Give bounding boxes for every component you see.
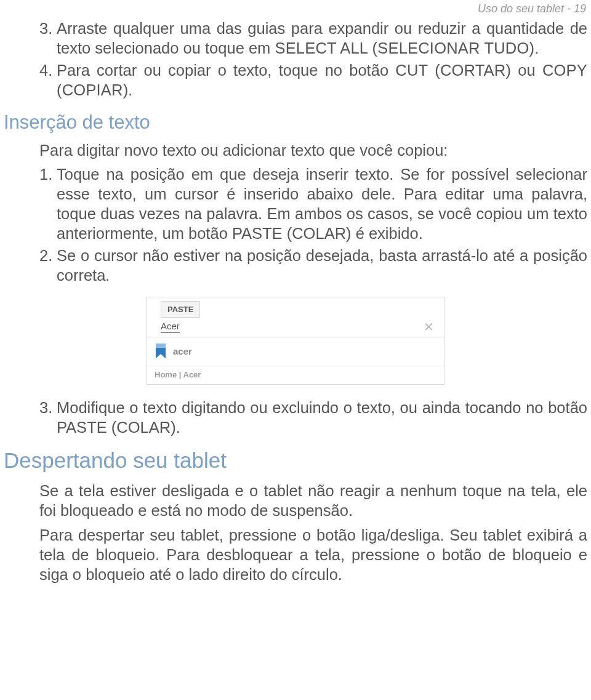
list-text: . <box>128 81 132 99</box>
bold-label: CUT (CORTAR) <box>395 62 511 79</box>
figure-suggestion-title: acer <box>173 346 192 356</box>
bookmark-icon <box>155 344 167 360</box>
list-text: Para cortar ou copiar o texto, toque no … <box>57 62 395 79</box>
list-text: . <box>534 39 539 57</box>
paste-tooltip: PASTE <box>161 301 200 318</box>
list-item: 3. Arraste qualquer uma das guias para e… <box>39 19 587 58</box>
intro-paragraph: Para digitar novo texto ou adicionar tex… <box>4 141 587 161</box>
wake-paragraph-2: Para despertar seu tablet, pressione o b… <box>4 526 587 585</box>
ordered-list-3: 3. Modifique o texto digitando ou exclui… <box>4 398 587 438</box>
list-text: Se o cursor não estiver na posição desej… <box>57 247 587 284</box>
list-text: Modifique o texto digitando ou excluindo… <box>57 399 587 436</box>
list-item: 3. Modifique o texto digitando ou exclui… <box>39 398 587 438</box>
list-text: ou <box>511 62 542 79</box>
ordered-list-2: 1. Toque na posição em que deseja inseri… <box>4 165 587 285</box>
page-header: Uso do seu tablet - 19 <box>4 2 586 15</box>
list-number: 2. <box>39 246 52 266</box>
list-number: 3. <box>39 398 52 418</box>
wake-paragraph-1: Se a tela estiver desligada e o tablet n… <box>4 481 587 521</box>
heading-despertando: Despertando seu tablet <box>4 448 587 473</box>
list-item: 4. Para cortar ou copiar o texto, toque … <box>39 61 587 100</box>
close-icon[interactable]: ✕ <box>420 320 438 334</box>
paste-figure: PASTE Acer ✕ acer Home | Acer <box>147 297 444 385</box>
list-text: Toque na posição em que deseja inserir t… <box>57 166 587 242</box>
figure-breadcrumb: Home | Acer <box>147 366 444 384</box>
ordered-list-1: 3. Arraste qualquer uma das guias para e… <box>4 19 587 100</box>
list-item: 1. Toque na posição em que deseja inseri… <box>39 165 587 244</box>
bold-label: SELECT ALL (SELECIONAR TUDO) <box>275 39 534 57</box>
list-number: 3. <box>39 19 52 39</box>
heading-insercao: Inserção de texto <box>4 111 587 134</box>
list-item: 2. Se o cursor não estiver na posição de… <box>39 246 587 286</box>
figure-input-row: Acer ✕ <box>147 320 444 337</box>
list-number: 4. <box>39 61 52 81</box>
figure-text-input[interactable]: Acer <box>161 321 420 332</box>
list-number: 1. <box>39 165 52 185</box>
figure-suggestion-row[interactable]: acer <box>147 337 444 366</box>
